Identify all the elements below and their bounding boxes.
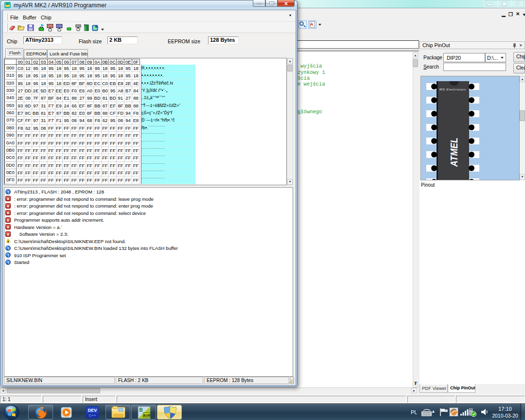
svg-text:B: B [139, 407, 142, 413]
svg-text:C++: C++ [88, 413, 96, 418]
svg-text:DEV: DEV [88, 408, 97, 413]
svg-text:AVR: AVR [143, 414, 150, 417]
svg-text:ATMEL: ATMEL [449, 138, 459, 167]
